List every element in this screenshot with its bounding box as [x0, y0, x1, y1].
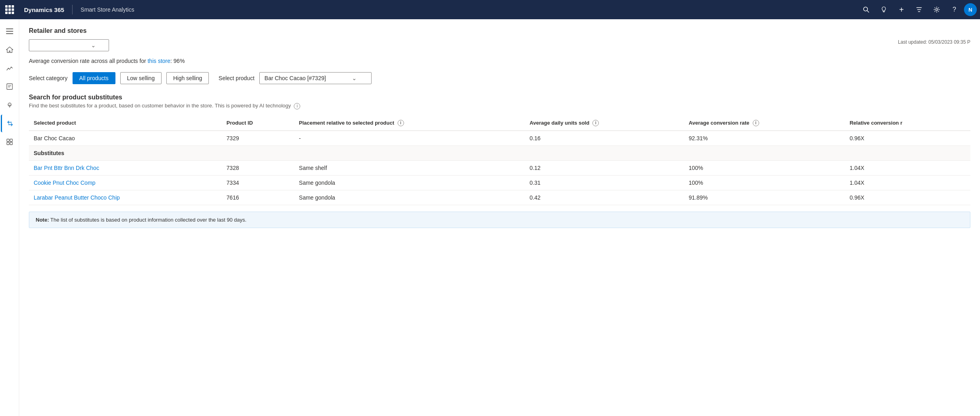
note-box: Note: The list of substitutes is based o… — [29, 212, 970, 228]
sub-avg-units-2: 0.42 — [525, 190, 684, 205]
product-dropdown[interactable]: Bar Choc Cacao [#7329] ⌄ — [259, 72, 372, 84]
sidebar-item-insights[interactable] — [1, 96, 18, 114]
help-button[interactable]: ? — [946, 2, 962, 18]
app-name: Smart Store Analytics — [81, 6, 134, 13]
avg-daily-info-icon[interactable]: i — [592, 120, 599, 126]
sub-placement-2: Same gondola — [294, 190, 525, 205]
note-text: The list of substitutes is based on prod… — [51, 217, 247, 223]
sub-placement-0: Same shelf — [294, 160, 525, 175]
svg-rect-11 — [10, 139, 12, 141]
last-updated-text: Last updated: 05/03/2023 09:35 P — [898, 39, 970, 45]
selected-product-avg-units: 0.16 — [525, 131, 684, 146]
svg-point-0 — [864, 7, 868, 11]
nav-separator — [72, 5, 73, 14]
chevron-down-icon: ⌄ — [91, 42, 96, 48]
sidebar-item-home[interactable] — [1, 41, 18, 59]
table-header-row: Selected product Product ID Placement re… — [29, 116, 970, 131]
page-title: Retailer and stores — [29, 27, 970, 34]
sub-avg-conv-1: 100% — [684, 175, 845, 190]
col-relative-conversion: Relative conversion r — [845, 116, 970, 131]
sub-rel-conv-2: 0.96X — [845, 190, 970, 205]
col-selected-product: Selected product — [29, 116, 222, 131]
lightbulb-button[interactable] — [876, 2, 892, 18]
selected-product-placement: - — [294, 131, 525, 146]
col-avg-conversion: Average conversion rate i — [684, 116, 845, 131]
sub-avg-units-1: 0.31 — [525, 175, 684, 190]
placement-info-icon[interactable]: i — [398, 120, 404, 126]
selected-product-row: Bar Choc Cacao 7329 - 0.16 92.31% 0.96X — [29, 131, 970, 146]
nav-actions: + ? N — [858, 2, 980, 18]
category-filter-label: Select category — [29, 75, 68, 81]
note-label: Note: — [36, 217, 49, 223]
svg-rect-10 — [7, 139, 9, 141]
svg-rect-12 — [7, 142, 9, 145]
waffle-icon — [5, 5, 14, 14]
svg-rect-13 — [10, 142, 12, 145]
user-avatar[interactable]: N — [964, 3, 977, 16]
left-sidebar — [0, 19, 19, 416]
substitutes-header: Search for product substitutes Find the … — [29, 94, 970, 109]
avg-conversion-info-icon[interactable]: i — [753, 120, 759, 126]
substitutes-section: Search for product substitutes Find the … — [29, 94, 970, 228]
settings-button[interactable] — [929, 2, 945, 18]
main-content: Retailer and stores ​ ⌄ Last updated: 05… — [19, 19, 980, 416]
selected-product-relative-conversion: 0.96X — [845, 131, 970, 146]
substitutes-title: Search for product substitutes — [29, 94, 970, 101]
brand-name: Dynamics 365 — [24, 6, 64, 13]
svg-point-2 — [936, 9, 938, 11]
sub-name-0[interactable]: Bar Pnt Bttr Bnn Drk Choc — [29, 160, 222, 175]
col-product-id: Product ID — [222, 116, 294, 131]
table-row: Cookie Pnut Choc Comp 7334 Same gondola … — [29, 175, 970, 190]
product-dropdown-value: Bar Choc Cacao [#7329] — [265, 75, 326, 81]
sub-rel-conv-1: 1.04X — [845, 175, 970, 190]
chevron-down-icon-product: ⌄ — [352, 75, 357, 81]
substitutes-table: Selected product Product ID Placement re… — [29, 116, 970, 205]
substitutes-description: Find the best substitutes for a product,… — [29, 103, 970, 109]
svg-rect-4 — [6, 31, 13, 32]
help-icon: ? — [953, 6, 956, 13]
svg-point-9 — [8, 103, 11, 106]
sidebar-item-reports[interactable] — [1, 78, 18, 95]
sub-avg-conv-2: 91.89% — [684, 190, 845, 205]
svg-rect-5 — [6, 33, 13, 34]
filter-button[interactable] — [911, 2, 927, 18]
col-avg-daily-units: Average daily units sold i — [525, 116, 684, 131]
sub-name-2[interactable]: Larabar Peanut Butter Choco Chip — [29, 190, 222, 205]
add-button[interactable]: + — [893, 2, 909, 18]
sub-id-0: 7328 — [222, 160, 294, 175]
filter-low-selling[interactable]: Low selling — [120, 72, 162, 84]
filter-row: Select category All products Low selling… — [29, 72, 970, 84]
store-dropdown[interactable]: ​ ⌄ — [29, 39, 109, 51]
sub-avg-conv-0: 100% — [684, 160, 845, 175]
filter-high-selling[interactable]: High selling — [166, 72, 209, 84]
svg-line-1 — [867, 11, 869, 13]
col-placement: Placement relative to selected product i — [294, 116, 525, 131]
sidebar-item-analytics[interactable] — [1, 59, 18, 77]
sidebar-item-items[interactable] — [1, 133, 18, 151]
store-selector: ​ ⌄ — [29, 39, 109, 51]
selected-product-avg-conversion: 92.31% — [684, 131, 845, 146]
brand-area: Dynamics 365 Smart Store Analytics — [19, 5, 139, 14]
svg-rect-3 — [6, 28, 13, 29]
search-button[interactable] — [858, 2, 874, 18]
plus-icon: + — [899, 5, 904, 14]
substitutes-group-header: Substitutes — [29, 145, 970, 160]
sub-id-1: 7334 — [222, 175, 294, 190]
substitutes-group-label: Substitutes — [29, 145, 970, 160]
sub-rel-conv-0: 1.04X — [845, 160, 970, 175]
table-row: Larabar Peanut Butter Choco Chip 7616 Sa… — [29, 190, 970, 205]
table-row: Bar Pnt Bttr Bnn Drk Choc 7328 Same shel… — [29, 160, 970, 175]
ai-info-icon[interactable]: i — [294, 103, 300, 109]
selected-product-id: 7329 — [222, 131, 294, 146]
sidebar-item-substitutes[interactable] — [1, 115, 18, 132]
sub-name-1[interactable]: Cookie Pnut Choc Comp — [29, 175, 222, 190]
sub-id-2: 7616 — [222, 190, 294, 205]
sub-placement-1: Same gondola — [294, 175, 525, 190]
product-select-label: Select product — [218, 75, 255, 81]
selected-product-name: Bar Choc Cacao — [29, 131, 222, 146]
filter-all-products[interactable]: All products — [73, 72, 115, 84]
top-navigation: Dynamics 365 Smart Store Analytics + ? N — [0, 0, 980, 19]
sidebar-menu-toggle[interactable] — [1, 22, 18, 40]
waffle-menu[interactable] — [0, 0, 19, 19]
sub-avg-units-0: 0.12 — [525, 160, 684, 175]
